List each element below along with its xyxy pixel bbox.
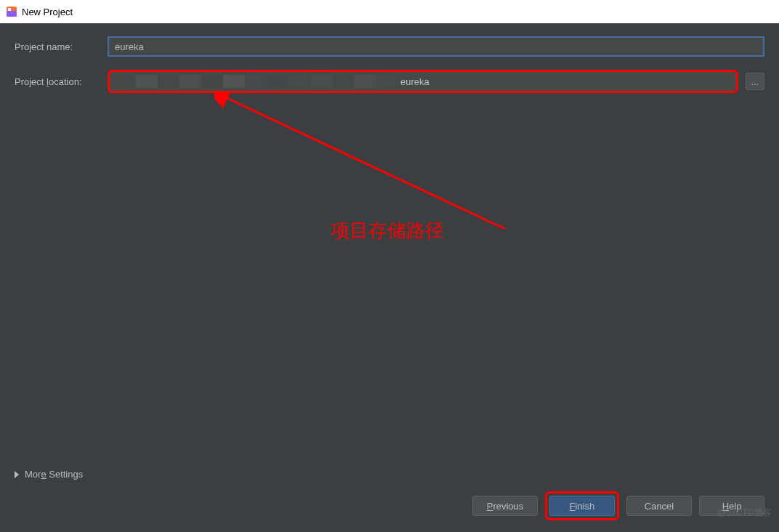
annotation-text: 项目存储路径	[331, 218, 444, 243]
more-settings-label: More Settings	[25, 469, 83, 480]
window-title: New Project	[22, 7, 73, 17]
app-icon	[6, 6, 17, 17]
redacted-path	[114, 75, 397, 88]
help-button[interactable]: Help	[699, 496, 764, 516]
browse-button[interactable]: ...	[746, 73, 764, 90]
content-area: Project name: Project location:	[0, 23, 779, 119]
project-name-row: Project name:	[15, 36, 764, 57]
more-settings-toggle[interactable]: More Settings	[15, 469, 83, 480]
titlebar: New Project	[0, 0, 779, 23]
footer-buttons: Previous Finish Cancel Help	[472, 491, 764, 520]
cancel-button[interactable]: Cancel	[626, 496, 692, 516]
chevron-right-icon	[15, 471, 19, 478]
finish-button[interactable]: Finish	[549, 496, 615, 516]
project-name-label: Project name:	[15, 41, 100, 52]
project-name-input[interactable]	[108, 36, 764, 57]
previous-button[interactable]: Previous	[472, 496, 538, 516]
location-suffix: eureka	[400, 76, 429, 87]
svg-rect-2	[8, 8, 11, 11]
finish-highlight: Finish	[545, 491, 619, 520]
project-location-input[interactable]: eureka	[108, 70, 738, 93]
project-location-row: Project location: eureka ...	[15, 70, 764, 93]
close-icon[interactable]	[764, 7, 773, 16]
project-location-label: Project location:	[15, 76, 100, 87]
svg-rect-1	[7, 11, 17, 17]
titlebar-left: New Project	[6, 6, 73, 17]
